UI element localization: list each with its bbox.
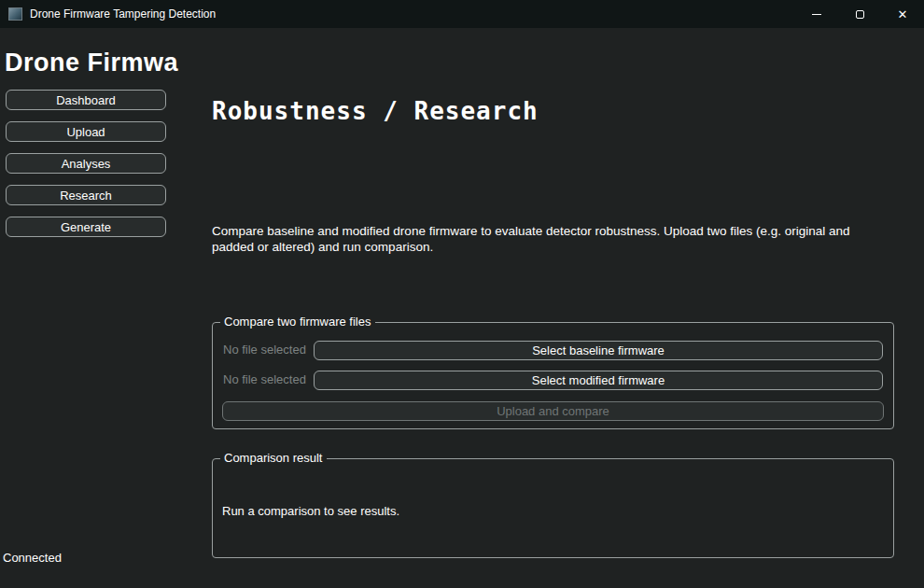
sidebar-item-label: Analyses	[62, 157, 111, 171]
maximize-icon	[856, 10, 864, 19]
modified-file-label: No file selected	[223, 372, 306, 386]
close-button[interactable]: ✕	[881, 0, 924, 28]
sidebar-item-label: Research	[60, 189, 112, 203]
window-title: Drone Firmware Tampering Detection	[30, 7, 216, 21]
page-description: Compare baseline and modified drone firm…	[212, 224, 889, 255]
maximize-button[interactable]	[838, 0, 881, 28]
app-icon	[8, 7, 22, 21]
title-bar: Drone Firmware Tampering Detection ✕	[0, 0, 924, 28]
sidebar-item-research[interactable]: Research	[6, 185, 166, 205]
result-group-legend: Comparison result	[220, 451, 327, 465]
button-label: Select modified firmware	[532, 373, 665, 387]
connection-status: Connected	[3, 551, 62, 565]
baseline-file-label: No file selected	[223, 343, 306, 357]
sidebar-item-label: Dashboard	[56, 93, 116, 107]
button-label: Select baseline firmware	[532, 343, 665, 357]
compare-group-legend: Compare two firmware files	[220, 315, 375, 329]
select-baseline-firmware-button[interactable]: Select baseline firmware	[314, 341, 883, 360]
result-placeholder: Run a comparison to see results.	[222, 504, 399, 518]
compare-group: Compare two firmware files No file selec…	[212, 322, 894, 429]
close-icon: ✕	[898, 7, 908, 21]
sidebar-item-upload[interactable]: Upload	[6, 121, 166, 142]
window-controls: ✕	[795, 0, 924, 28]
button-label: Upload and compare	[497, 404, 609, 418]
sidebar-item-dashboard[interactable]: Dashboard	[6, 90, 166, 110]
minimize-icon	[812, 14, 821, 15]
sidebar-item-label: Upload	[66, 125, 105, 139]
sidebar-item-generate[interactable]: Generate	[6, 217, 166, 237]
sidebar-item-analyses[interactable]: Analyses	[6, 153, 166, 174]
upload-and-compare-button[interactable]: Upload and compare	[222, 401, 884, 421]
result-group: Comparison result Run a comparison to se…	[212, 458, 894, 558]
select-modified-firmware-button[interactable]: Select modified firmware	[314, 371, 883, 390]
sidebar-item-label: Generate	[61, 220, 111, 234]
minimize-button[interactable]	[795, 0, 838, 28]
sidebar-heading: Drone Firmwa	[5, 49, 201, 77]
page-title: Robustness / Research	[212, 97, 539, 125]
